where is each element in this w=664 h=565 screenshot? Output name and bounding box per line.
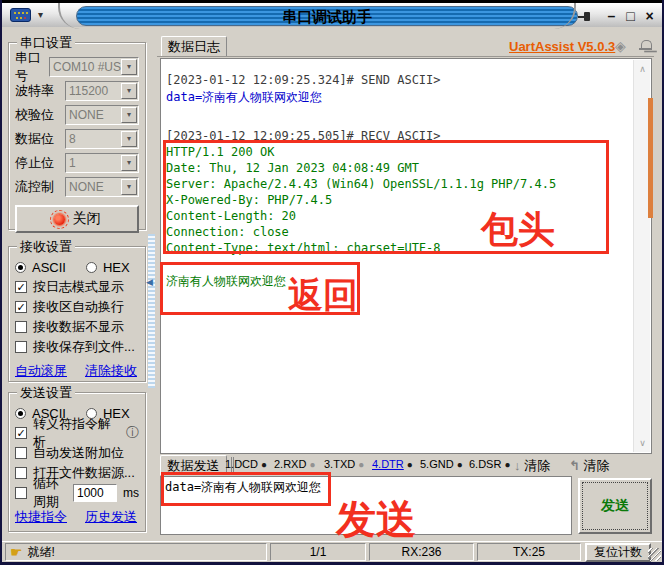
pin-dsr: 6.DSR ● — [469, 458, 511, 470]
auto-append-checkbox[interactable] — [15, 447, 27, 459]
clear-receive-action[interactable]: ↓ 清除 — [514, 457, 550, 475]
pin-gnd: 5.GND ● — [420, 458, 463, 470]
pin-dsr-dot: ● — [504, 459, 510, 470]
combo-arrow-icon[interactable]: ▾ — [121, 59, 137, 75]
annotation-send-box — [161, 472, 331, 506]
databits-select[interactable]: 8 ▾ — [65, 129, 139, 149]
send-section: 数据发送 1.DCD ● 2.RXD ● 3.TXD ● 4.DTR ● 5.G… — [157, 455, 664, 539]
send-button-label: 发送 — [601, 497, 629, 515]
window-title: 串口调试助手 — [76, 6, 578, 26]
port-value: COM10 #US — [50, 60, 121, 74]
parity-label: 校验位 — [15, 106, 65, 124]
port-select[interactable]: COM10 #US ▾ — [49, 57, 139, 77]
serial-settings-title: 串口设置 — [17, 35, 75, 50]
recv-hex-radio[interactable] — [86, 262, 97, 273]
hide-recv-label: 接收数据不显示 — [33, 318, 124, 336]
statusbar: ☛ 就绪! 1/1 RX:236 TX:25 复位计数 — [2, 541, 662, 562]
receive-settings-title: 接收设置 — [17, 239, 75, 254]
flowctrl-field-row: 流控制 NONE ▾ — [15, 177, 139, 197]
annotation-header-label: 包头 — [481, 211, 555, 248]
ready-hand-icon: ☛ — [10, 544, 23, 560]
databits-field-row: 数据位 8 ▾ — [15, 129, 139, 149]
cycle-unit-label: ms — [123, 486, 139, 500]
send-button[interactable]: 发送 — [578, 478, 652, 534]
stopbits-select[interactable]: 1 ▾ — [65, 153, 139, 173]
pin-dtr[interactable]: 4.DTR ● — [372, 458, 413, 470]
cycle-checkbox[interactable] — [15, 487, 27, 499]
status-page-segment: 1/1 — [270, 543, 366, 561]
auto-wrap-checkbox[interactable] — [15, 301, 27, 313]
reset-count-button[interactable]: 复位计数 — [585, 543, 651, 562]
port-field-row: 串口号 COM10 #US ▾ — [15, 57, 139, 77]
log-mode-checkbox[interactable] — [15, 281, 27, 293]
panel-splitter[interactable] — [148, 234, 155, 388]
clear-send-action[interactable]: ↰ 清除 — [569, 457, 610, 475]
baud-label: 波特率 — [15, 82, 65, 100]
up-arrow-icon: ↰ — [569, 458, 580, 473]
flowctrl-select[interactable]: NONE ▾ — [65, 177, 139, 197]
close-port-button[interactable]: 关闭 — [15, 205, 139, 233]
scroll-down-icon[interactable]: ∨ — [634, 438, 651, 448]
status-ready-segment: ☛ 就绪! — [5, 543, 267, 561]
recv-ascii-radio[interactable] — [15, 262, 26, 273]
baud-select[interactable]: 115200 ▾ — [65, 81, 139, 101]
version-link[interactable]: UartAssist V5.0.3 — [509, 39, 615, 54]
log-line: data=济南有人物联网欢迎您 — [166, 89, 629, 113]
tab-data-log[interactable]: 数据日志 — [161, 36, 227, 57]
cycle-period-input[interactable] — [73, 484, 117, 502]
baud-value: 115200 — [66, 84, 121, 98]
close-port-label: 关闭 — [73, 210, 101, 228]
file-source-checkbox[interactable] — [15, 467, 27, 479]
send-hex-radio[interactable] — [86, 408, 97, 419]
quick-commands-link[interactable]: 快捷指令 — [15, 508, 67, 526]
resize-grip[interactable] — [648, 548, 661, 561]
data-log-area[interactable]: [2023-01-12 12:09:25.324]# SEND ASCII> d… — [160, 58, 652, 454]
maximize-button[interactable]: □ — [622, 8, 639, 25]
databits-label: 数据位 — [15, 130, 65, 148]
stopbits-field-row: 停止位 1 ▾ — [15, 153, 139, 173]
annotation-return-label: 返回 — [288, 277, 358, 312]
gem-icon[interactable]: ◈ — [615, 38, 626, 54]
log-mode-label: 按日志模式显示 — [33, 278, 124, 296]
combo-arrow-icon[interactable]: ▾ — [121, 179, 137, 195]
combo-arrow-icon[interactable]: ▾ — [121, 107, 137, 123]
send-ascii-radio[interactable] — [15, 408, 26, 419]
auto-scroll-link[interactable]: 自动滚屏 — [15, 362, 67, 380]
scroll-up-icon[interactable]: ∧ — [634, 64, 651, 74]
combo-arrow-icon[interactable]: ▾ — [121, 131, 137, 147]
receive-settings-group: 接收设置 ASCII HEX 按日志模式显示 接收区自动换行 接收数据不显示 接… — [8, 246, 146, 382]
clear-receive-label: 清除 — [524, 458, 550, 473]
collapse-panel-icon[interactable]: ◀ — [146, 277, 153, 287]
combo-arrow-icon[interactable]: ▾ — [121, 83, 137, 99]
escape-parse-checkbox[interactable] — [15, 427, 27, 439]
info-icon[interactable]: ⓘ — [126, 424, 139, 442]
pin-icon[interactable] — [578, 11, 592, 23]
app-window: ▾ 串口调试助手 – □ × 串口设置 串口号 COM10 #US ▾ 波特率 … — [0, 0, 664, 565]
history-send-link[interactable]: 历史发送 — [85, 508, 137, 526]
baud-field-row: 波特率 115200 ▾ — [15, 81, 139, 101]
minimize-button[interactable]: – — [603, 8, 620, 25]
down-arrow-icon: ↓ — [514, 458, 521, 473]
combo-arrow-icon[interactable]: ▾ — [121, 155, 137, 171]
databits-value: 8 — [66, 132, 121, 146]
bell-icon[interactable] — [639, 39, 653, 53]
stopbits-value: 1 — [66, 156, 121, 170]
status-tx-text: TX:25 — [513, 545, 545, 559]
pin-dcd: 1.DCD ● — [225, 458, 267, 470]
clear-receive-link[interactable]: 清除接收 — [85, 362, 137, 380]
parity-select[interactable]: NONE ▾ — [65, 105, 139, 125]
stopbits-label: 停止位 — [15, 154, 65, 172]
system-menu-arrow-icon[interactable]: ▾ — [38, 9, 43, 20]
auto-append-label: 自动发送附加位 — [33, 444, 124, 462]
save-to-file-checkbox[interactable] — [15, 341, 27, 353]
app-icon[interactable] — [10, 8, 31, 22]
auto-wrap-label: 接收区自动换行 — [33, 298, 124, 316]
status-tx-segment: TX:25 — [477, 543, 581, 561]
pin-rxd-dot: ● — [309, 459, 315, 470]
cycle-label: 循环周期 — [33, 475, 67, 511]
hide-recv-checkbox[interactable] — [15, 321, 27, 333]
close-button[interactable]: × — [641, 8, 658, 25]
clear-send-label: 清除 — [584, 458, 610, 473]
pin-rxd: 2.RXD ● — [274, 458, 316, 470]
parity-field-row: 校验位 NONE ▾ — [15, 105, 139, 125]
